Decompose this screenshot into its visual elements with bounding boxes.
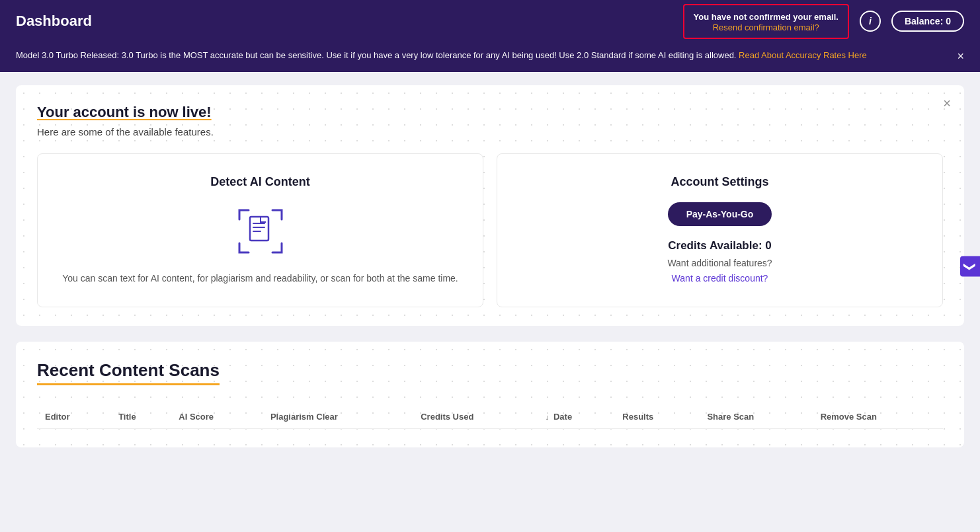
table-col-remove-scan: Remove Scan	[813, 405, 943, 429]
resend-confirmation-link[interactable]: Resend confirmation email?	[694, 22, 838, 32]
welcome-title: Your account is now live!	[37, 104, 943, 121]
banner-message: Model 3.0 Turbo Released: 3.0 Turbo is t…	[16, 50, 736, 60]
announcement-banner: Model 3.0 Turbo Released: 3.0 Turbo is t…	[0, 42, 980, 72]
sort-icon: ↓	[545, 413, 551, 421]
email-confirm-message: You have not confirmed your email.	[694, 12, 838, 22]
balance-button[interactable]: Balance: 0	[891, 11, 964, 32]
welcome-subtitle: Here are some of the available features.	[37, 126, 943, 137]
account-settings-title: Account Settings	[513, 175, 926, 189]
feature-cards-container: Detect AI Content	[37, 153, 943, 307]
table-col-results: Results	[614, 405, 699, 429]
table-col-date[interactable]: ↓ Date	[537, 405, 614, 429]
info-icon[interactable]: i	[860, 11, 881, 32]
table-col-share-scan: Share Scan	[699, 405, 812, 429]
table-col-plagiarism-clear: Plagiarism Clear	[263, 405, 413, 429]
detect-ai-card: Detect AI Content	[37, 153, 483, 307]
right-edge-widget[interactable]: ❯	[960, 256, 980, 276]
welcome-card: × Your account is now live! Here are som…	[16, 85, 964, 326]
pay-as-you-go-button[interactable]: Pay-As-You-Go	[668, 202, 772, 226]
main-content: × Your account is now live! Here are som…	[0, 72, 980, 532]
recent-scans-table: EditorTitleAI ScorePlagiarism ClearCredi…	[37, 405, 943, 429]
right-edge-icon: ❯	[963, 261, 977, 271]
detect-ai-title: Detect AI Content	[54, 175, 467, 189]
email-confirm-box: You have not confirmed your email. Resen…	[683, 4, 849, 39]
table-col-editor: Editor	[37, 405, 110, 429]
recent-scans-title: Recent Content Scans	[37, 360, 220, 385]
page-title: Dashboard	[16, 13, 92, 30]
table-header-row: EditorTitleAI ScorePlagiarism ClearCredi…	[37, 405, 943, 429]
detect-ai-description: You can scan text for AI content, for pl…	[54, 271, 467, 285]
credit-discount-link[interactable]: Want a credit discount?	[672, 273, 768, 284]
welcome-close-button[interactable]: ×	[943, 96, 951, 111]
table-header: EditorTitleAI ScorePlagiarism ClearCredi…	[37, 405, 943, 429]
banner-link[interactable]: Read About Accuracy Rates Here	[739, 50, 867, 60]
account-settings-card: Account Settings Pay-As-You-Go Credits A…	[497, 153, 943, 307]
features-text: Want additional features?	[513, 258, 926, 268]
header-right: You have not confirmed your email. Resen…	[683, 4, 964, 39]
banner-text: Model 3.0 Turbo Released: 3.0 Turbo is t…	[16, 49, 946, 62]
table-col-title: Title	[110, 405, 171, 429]
table-col-ai-score: AI Score	[171, 405, 263, 429]
svg-rect-0	[250, 217, 268, 241]
table-col-credits-used: Credits Used	[413, 405, 537, 429]
banner-close-button[interactable]: ×	[957, 48, 964, 65]
recent-scans-section: Recent Content Scans EditorTitleAI Score…	[16, 342, 964, 447]
header: Dashboard You have not confirmed your em…	[0, 0, 980, 42]
detect-ai-icon	[234, 205, 287, 258]
credits-available: Credits Available: 0	[513, 239, 926, 252]
